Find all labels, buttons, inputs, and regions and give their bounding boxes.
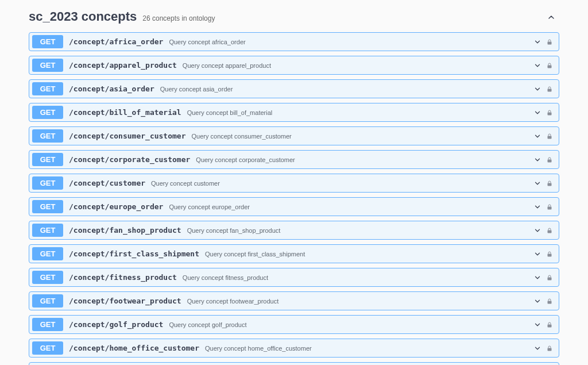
endpoint-row[interactable]: GET/concept/home_office_customerQuery co… xyxy=(29,339,559,358)
svg-rect-8 xyxy=(548,230,552,233)
chevron-down-icon[interactable] xyxy=(533,344,541,352)
section-title: sc_2023 concepts xyxy=(29,9,137,24)
endpoint-path: /concept/bill_of_material xyxy=(69,108,181,117)
lock-icon[interactable] xyxy=(546,203,553,211)
endpoint-description: Query concept fitness_product xyxy=(183,274,268,281)
endpoint-path: /concept/africa_order xyxy=(69,37,163,46)
method-badge: GET xyxy=(32,153,63,166)
chevron-down-icon[interactable] xyxy=(533,85,541,93)
method-badge: GET xyxy=(32,106,63,119)
chevron-down-icon[interactable] xyxy=(533,62,541,70)
endpoint-description: Query concept africa_order xyxy=(169,39,245,45)
endpoint-path: /concept/asia_order xyxy=(69,84,154,93)
lock-icon[interactable] xyxy=(546,109,553,117)
svg-rect-5 xyxy=(548,159,552,162)
endpoint-path: /concept/customer xyxy=(69,179,145,187)
endpoint-description: Query concept bill_of_material xyxy=(187,109,273,116)
endpoint-path: /concept/europe_order xyxy=(69,202,163,211)
chevron-down-icon[interactable] xyxy=(533,132,541,140)
lock-icon[interactable] xyxy=(546,132,553,140)
chevron-down-icon[interactable] xyxy=(533,38,541,46)
lock-icon[interactable] xyxy=(546,226,553,235)
endpoint-row[interactable]: GET/concept/europe_orderQuery concept eu… xyxy=(29,197,559,216)
svg-rect-12 xyxy=(548,324,552,327)
endpoint-description: Query concept first_class_shipment xyxy=(205,251,305,258)
chevron-down-icon[interactable] xyxy=(533,321,541,329)
chevron-down-icon[interactable] xyxy=(533,109,541,117)
method-badge: GET xyxy=(32,224,63,237)
svg-rect-10 xyxy=(548,277,552,280)
lock-icon[interactable] xyxy=(546,344,553,352)
endpoint-row[interactable]: GET/concept/apparel_productQuery concept… xyxy=(29,56,559,75)
endpoint-path: /concept/consumer_customer xyxy=(69,132,186,140)
method-badge: GET xyxy=(32,200,63,213)
method-badge: GET xyxy=(32,247,63,260)
lock-icon[interactable] xyxy=(546,297,553,305)
endpoint-row[interactable]: GET/concept/footwear_productQuery concep… xyxy=(29,291,559,310)
lock-icon[interactable] xyxy=(546,250,553,258)
endpoint-row[interactable]: GET/concept/bill_of_materialQuery concep… xyxy=(29,103,559,122)
chevron-down-icon[interactable] xyxy=(533,226,541,235)
chevron-down-icon[interactable] xyxy=(533,297,541,305)
chevron-down-icon[interactable] xyxy=(533,156,541,164)
endpoint-row[interactable]: GET/concept/consumer_customerQuery conce… xyxy=(29,126,559,145)
section-header[interactable]: sc_2023 concepts 26 concepts in ontology xyxy=(29,6,559,32)
svg-rect-0 xyxy=(548,41,552,44)
endpoint-description: Query concept footwear_product xyxy=(187,298,279,305)
method-badge: GET xyxy=(32,35,63,48)
svg-rect-3 xyxy=(548,112,552,115)
lock-icon[interactable] xyxy=(546,156,553,164)
endpoint-description: Query concept fan_shop_product xyxy=(187,227,281,234)
lock-icon[interactable] xyxy=(546,62,553,70)
method-badge: GET xyxy=(32,271,63,284)
endpoints-list: GET/concept/africa_orderQuery concept af… xyxy=(29,32,559,365)
svg-rect-13 xyxy=(548,348,552,351)
endpoint-path: /concept/apparel_product xyxy=(69,61,177,70)
endpoint-path: /concept/corporate_customer xyxy=(69,155,190,164)
svg-rect-1 xyxy=(548,65,552,68)
chevron-down-icon[interactable] xyxy=(533,274,541,282)
endpoint-description: Query concept corporate_customer xyxy=(196,156,295,163)
lock-icon[interactable] xyxy=(546,321,553,329)
chevron-down-icon[interactable] xyxy=(533,250,541,258)
method-badge: GET xyxy=(32,318,63,331)
svg-rect-6 xyxy=(548,183,552,186)
lock-icon[interactable] xyxy=(546,85,553,93)
endpoint-row[interactable]: GET/concept/corporate_customerQuery conc… xyxy=(29,150,559,169)
endpoint-description: Query concept asia_order xyxy=(160,86,233,93)
chevron-down-icon[interactable] xyxy=(533,203,541,211)
endpoint-path: /concept/fan_shop_product xyxy=(69,226,181,235)
endpoint-row[interactable]: GET/concept/fitness_productQuery concept… xyxy=(29,268,559,287)
method-badge: GET xyxy=(32,294,63,308)
endpoint-row[interactable]: GET/concept/customerQuery concept custom… xyxy=(29,174,559,193)
svg-rect-9 xyxy=(548,253,552,256)
endpoint-row[interactable]: GET/concept/golf_productQuery concept go… xyxy=(29,315,559,334)
lock-icon[interactable] xyxy=(546,274,553,282)
endpoint-row[interactable]: GET/concept/fan_shop_productQuery concep… xyxy=(29,221,559,240)
svg-rect-4 xyxy=(548,136,552,139)
svg-rect-11 xyxy=(548,301,552,303)
method-badge: GET xyxy=(32,59,63,72)
endpoint-row[interactable]: GET/concept/africa_orderQuery concept af… xyxy=(29,32,559,51)
chevron-down-icon[interactable] xyxy=(533,179,541,187)
method-badge: GET xyxy=(32,82,63,95)
endpoint-path: /concept/first_class_shipment xyxy=(69,249,199,258)
method-badge: GET xyxy=(32,341,63,355)
endpoint-description: Query concept apparel_product xyxy=(183,62,271,69)
endpoint-description: Query concept customer xyxy=(151,180,220,187)
endpoint-description: Query concept golf_product xyxy=(169,321,246,328)
endpoint-row[interactable]: GET/concept/asia_orderQuery concept asia… xyxy=(29,79,559,98)
endpoint-path: /concept/golf_product xyxy=(69,320,163,329)
svg-rect-7 xyxy=(548,206,552,209)
endpoint-path: /concept/footwear_product xyxy=(69,297,181,305)
endpoint-row[interactable]: GET/concept/first_class_shipmentQuery co… xyxy=(29,244,559,263)
endpoint-path: /concept/fitness_product xyxy=(69,273,177,282)
endpoint-description: Query concept europe_order xyxy=(169,203,250,210)
chevron-up-icon[interactable] xyxy=(547,13,555,21)
lock-icon[interactable] xyxy=(546,179,553,187)
lock-icon[interactable] xyxy=(546,38,553,46)
endpoint-row[interactable]: GET/concept/inventoryQuery concept inven… xyxy=(29,362,559,365)
svg-rect-2 xyxy=(548,89,552,91)
section-subtitle: 26 concepts in ontology xyxy=(142,14,215,22)
endpoint-path: /concept/home_office_customer xyxy=(69,344,199,352)
